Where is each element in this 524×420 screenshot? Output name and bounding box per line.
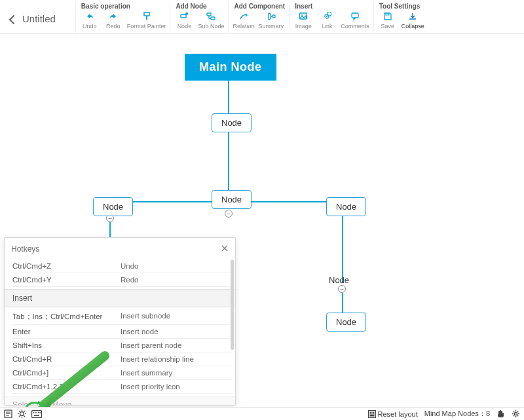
collapse-button[interactable]: Collapse bbox=[402, 11, 424, 29]
status-bar: Reset layout Mind Map Nodes：8 bbox=[0, 407, 524, 420]
save-icon bbox=[383, 11, 393, 22]
group-label: Basic operation bbox=[80, 3, 166, 10]
save-button[interactable]: Save bbox=[378, 11, 398, 29]
insert-comment-button[interactable]: Comments bbox=[341, 11, 369, 29]
hotkey-section-move: Select And Move bbox=[5, 396, 235, 405]
hotkeys-panel: Hotkeys Ctrl/Cmd+ZUndo Ctrl/Cmd+YRedo In… bbox=[4, 237, 236, 406]
hotkey-row: Ctrl/Cmd+ZUndo bbox=[12, 259, 233, 273]
svg-rect-8 bbox=[352, 13, 358, 18]
group-label: Add Component bbox=[233, 3, 285, 10]
insert-image-button[interactable]: Image bbox=[293, 11, 313, 29]
group-basic-operation: Basic operation Undo Redo Format Painter bbox=[75, 3, 170, 33]
layout-icon bbox=[368, 410, 376, 418]
node-icon bbox=[179, 11, 189, 22]
svg-rect-9 bbox=[386, 13, 389, 15]
svg-rect-0 bbox=[144, 12, 149, 16]
relation-button[interactable]: Relation bbox=[233, 11, 254, 29]
pan-button[interactable] bbox=[496, 410, 505, 418]
reset-layout-label: Reset layout bbox=[378, 410, 418, 418]
svg-rect-4 bbox=[211, 17, 215, 20]
hotkey-row: Shift+InsInsert parent node bbox=[12, 339, 233, 353]
svg-rect-23 bbox=[369, 414, 374, 416]
svg-rect-1 bbox=[181, 14, 186, 18]
hotkey-row: Ctrl/Cmd+]Insert summary bbox=[12, 366, 233, 380]
back-button[interactable] bbox=[5, 7, 18, 33]
chevron-left-icon bbox=[9, 14, 15, 25]
format-painter-button[interactable]: Format Painter bbox=[127, 11, 166, 29]
group-add-component: Add Component Relation Summary bbox=[228, 3, 289, 33]
svg-point-12 bbox=[20, 412, 24, 416]
outline-icon bbox=[4, 410, 12, 418]
svg-point-24 bbox=[515, 413, 517, 415]
hotkey-row: Ctrl/Cmd+RInsert relationship line bbox=[12, 353, 233, 366]
svg-rect-16 bbox=[37, 412, 38, 413]
svg-rect-21 bbox=[369, 411, 371, 413]
hotkeys-button[interactable] bbox=[31, 410, 42, 418]
collapse-toggle[interactable]: – bbox=[225, 210, 233, 218]
gear-icon bbox=[512, 410, 520, 418]
summary-button[interactable]: Summary bbox=[258, 11, 284, 29]
undo-button[interactable]: Undo bbox=[80, 11, 100, 29]
hotkey-row: Tab；Ins；Ctrl/Cmd+EnterInsert subnode bbox=[12, 309, 233, 325]
node-level2-center[interactable]: Node bbox=[212, 190, 252, 209]
node-plain[interactable]: Node bbox=[329, 275, 349, 285]
group-label: Add Node bbox=[174, 3, 224, 10]
svg-point-2 bbox=[185, 12, 188, 15]
insert-link-button[interactable]: Link bbox=[317, 11, 337, 29]
summary-icon bbox=[266, 11, 276, 22]
theme-button[interactable] bbox=[18, 410, 26, 418]
redo-button[interactable]: Redo bbox=[103, 11, 123, 29]
collapse-icon bbox=[407, 11, 418, 22]
node-level4[interactable]: Node bbox=[326, 313, 366, 332]
toolbar: Untitled Basic operation Undo Redo Forma… bbox=[0, 0, 524, 34]
outline-button[interactable] bbox=[4, 410, 12, 418]
brush-icon bbox=[141, 11, 152, 22]
image-icon bbox=[298, 11, 309, 22]
hotkey-section-insert: Insert bbox=[5, 289, 235, 307]
hotkey-row: EnterInsert node bbox=[12, 325, 233, 339]
undo-icon bbox=[84, 11, 95, 22]
svg-rect-22 bbox=[372, 411, 374, 413]
hotkeys-header: Hotkeys bbox=[5, 238, 235, 259]
svg-rect-15 bbox=[35, 412, 36, 413]
node-main[interactable]: Main Node bbox=[185, 54, 276, 81]
node-level2-left[interactable]: Node bbox=[93, 197, 133, 216]
svg-rect-5 bbox=[272, 15, 275, 18]
group-tool-settings: Tool Settings Save Collapse bbox=[373, 3, 428, 33]
connector-line bbox=[342, 293, 343, 313]
add-subnode-button[interactable]: Sub Node bbox=[198, 11, 224, 29]
close-button[interactable] bbox=[221, 243, 229, 254]
node-level1[interactable]: Node bbox=[212, 113, 252, 132]
svg-rect-13 bbox=[32, 410, 42, 417]
relation-icon bbox=[238, 11, 249, 22]
reset-layout-button[interactable]: Reset layout bbox=[368, 410, 418, 418]
svg-rect-14 bbox=[33, 412, 35, 413]
svg-rect-20 bbox=[368, 410, 375, 417]
hotkpanel-row: Ctrl/Cmd+1,2,3…Insert priority icon bbox=[12, 380, 233, 394]
collapse-toggle[interactable]: – bbox=[338, 285, 346, 293]
node-level2-right[interactable]: Node bbox=[326, 197, 366, 216]
group-insert: Insert Image Link Comments bbox=[289, 3, 373, 33]
svg-rect-17 bbox=[38, 412, 39, 413]
close-icon bbox=[221, 244, 229, 252]
hotkeys-title: Hotkeys bbox=[11, 244, 39, 254]
hotkeys-list[interactable]: Ctrl/Cmd+ZUndo Ctrl/Cmd+YRedo Insert Tab… bbox=[5, 259, 235, 405]
link-icon bbox=[322, 11, 332, 22]
group-label: Insert bbox=[293, 3, 369, 10]
svg-rect-18 bbox=[40, 412, 41, 413]
redo-icon bbox=[108, 11, 119, 22]
settings-button[interactable] bbox=[512, 410, 520, 418]
svg-rect-19 bbox=[34, 415, 39, 416]
keyboard-icon bbox=[31, 410, 42, 418]
connector-line bbox=[228, 79, 229, 115]
hand-icon bbox=[496, 410, 505, 418]
group-label: Tool Settings bbox=[378, 3, 424, 10]
comment-icon bbox=[350, 11, 360, 22]
connector-line bbox=[228, 132, 229, 191]
hotkey-row: Ctrl/Cmd+YRedo bbox=[12, 273, 233, 287]
add-node-button[interactable]: Node bbox=[174, 11, 194, 29]
group-add-node: Add Node Node Sub Node bbox=[170, 3, 228, 33]
node-count: Mind Map Nodes：8 bbox=[424, 409, 490, 419]
svg-rect-3 bbox=[207, 13, 211, 16]
subnode-icon bbox=[206, 11, 216, 22]
